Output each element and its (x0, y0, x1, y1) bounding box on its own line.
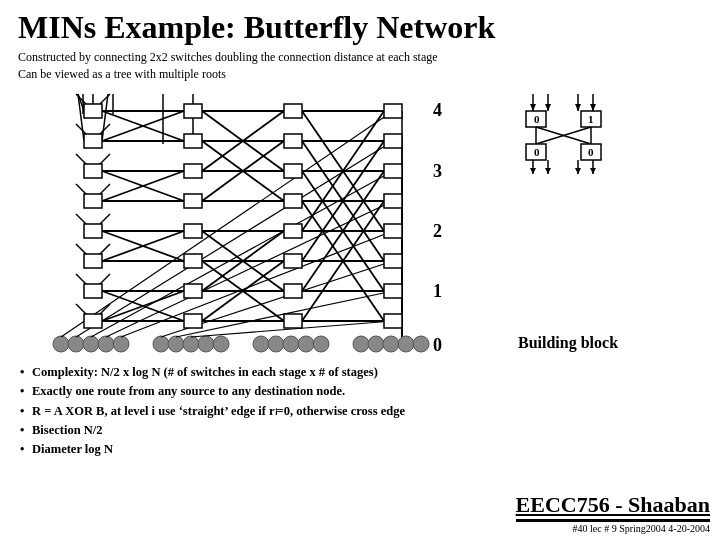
footer-title: EECC756 - Shaaban (516, 492, 710, 522)
svg-rect-120 (384, 224, 402, 238)
right-area: 0 1 0 0 (498, 89, 702, 359)
bullet-item-4: Bisection N/2 (18, 421, 702, 440)
page: MINs Example: Butterfly Network Construc… (0, 0, 720, 540)
svg-rect-98 (84, 284, 102, 298)
footer-sub: #40 lec # 9 Spring2004 4-20-2004 (573, 523, 711, 534)
svg-text:1: 1 (433, 281, 442, 301)
svg-point-64 (53, 336, 69, 352)
svg-rect-105 (184, 254, 202, 268)
content-area: 4 3 2 1 0 (18, 89, 702, 359)
bullet-list: Complexity: N/2 x log N (# of switches i… (18, 363, 702, 460)
svg-marker-154 (545, 168, 551, 174)
bullet-item-5: Diameter log N (18, 440, 702, 459)
svg-rect-106 (184, 284, 202, 298)
small-block-svg: 0 1 0 0 (508, 89, 618, 179)
svg-point-81 (383, 336, 399, 352)
svg-marker-155 (575, 168, 581, 174)
svg-rect-117 (384, 134, 402, 148)
svg-point-65 (68, 336, 84, 352)
svg-marker-134 (545, 104, 551, 111)
svg-text:4: 4 (433, 100, 442, 120)
svg-rect-108 (284, 104, 302, 118)
svg-point-70 (168, 336, 184, 352)
svg-point-73 (213, 336, 229, 352)
svg-text:2: 2 (433, 221, 442, 241)
svg-rect-118 (384, 164, 402, 178)
svg-marker-133 (530, 104, 536, 111)
svg-marker-153 (530, 168, 536, 174)
svg-point-74 (253, 336, 269, 352)
svg-rect-102 (184, 164, 202, 178)
bullet-item-1: Complexity: N/2 x log N (# of switches i… (18, 363, 702, 382)
svg-point-78 (313, 336, 329, 352)
svg-rect-112 (284, 224, 302, 238)
svg-rect-116 (384, 104, 402, 118)
svg-rect-92 (84, 104, 102, 118)
svg-rect-96 (84, 224, 102, 238)
svg-text:0: 0 (588, 146, 594, 158)
svg-text:1: 1 (588, 113, 594, 125)
svg-point-77 (298, 336, 314, 352)
svg-rect-121 (384, 254, 402, 268)
svg-text:3: 3 (433, 161, 442, 181)
subtitle: Constructed by connecting 2x2 switches d… (18, 49, 702, 83)
svg-point-71 (183, 336, 199, 352)
svg-rect-107 (184, 314, 202, 328)
svg-rect-101 (184, 134, 202, 148)
svg-point-83 (413, 336, 429, 352)
svg-point-68 (113, 336, 129, 352)
svg-rect-115 (284, 314, 302, 328)
svg-point-67 (98, 336, 114, 352)
svg-rect-109 (284, 134, 302, 148)
svg-line-87 (106, 201, 393, 337)
svg-rect-123 (384, 314, 402, 328)
svg-point-82 (398, 336, 414, 352)
svg-point-79 (353, 336, 369, 352)
svg-marker-136 (590, 104, 596, 111)
svg-point-76 (283, 336, 299, 352)
svg-rect-114 (284, 284, 302, 298)
page-title: MINs Example: Butterfly Network (18, 10, 702, 45)
bullet-item-3: R = A XOR B, at level i use ‘straight’ e… (18, 402, 702, 421)
svg-rect-93 (84, 134, 102, 148)
svg-rect-111 (284, 194, 302, 208)
svg-text:0: 0 (433, 335, 442, 355)
svg-rect-119 (384, 194, 402, 208)
svg-rect-95 (84, 194, 102, 208)
svg-point-69 (153, 336, 169, 352)
svg-rect-97 (84, 254, 102, 268)
building-block-label: Building block (518, 334, 618, 352)
svg-text:0: 0 (534, 113, 540, 125)
bullet-item-2: Exactly one route from any source to any… (18, 382, 702, 401)
svg-rect-100 (184, 104, 202, 118)
svg-point-72 (198, 336, 214, 352)
svg-rect-110 (284, 164, 302, 178)
bullet-section: Complexity: N/2 x log N (# of switches i… (18, 363, 702, 460)
svg-point-75 (268, 336, 284, 352)
footer: EECC756 - Shaaban #40 lec # 9 Spring2004… (516, 492, 710, 534)
svg-rect-113 (284, 254, 302, 268)
svg-marker-135 (575, 104, 581, 111)
svg-text:0: 0 (534, 146, 540, 158)
butterfly-diagram: 4 3 2 1 0 (18, 89, 498, 359)
svg-rect-103 (184, 194, 202, 208)
butterfly-svg: 4 3 2 1 0 (18, 89, 498, 359)
svg-rect-104 (184, 224, 202, 238)
svg-rect-94 (84, 164, 102, 178)
svg-marker-156 (590, 168, 596, 174)
svg-point-80 (368, 336, 384, 352)
svg-rect-122 (384, 284, 402, 298)
svg-point-66 (83, 336, 99, 352)
svg-rect-99 (84, 314, 102, 328)
